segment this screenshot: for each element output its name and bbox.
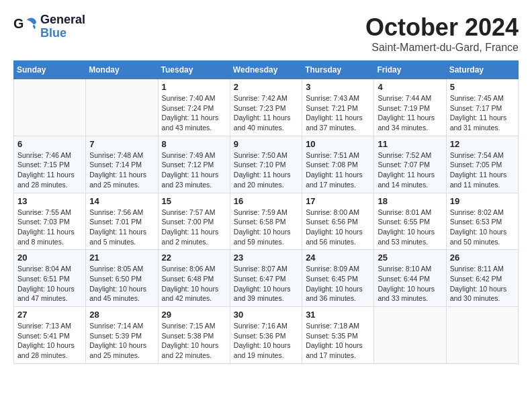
calendar-cell: 12Sunrise: 7:54 AM Sunset: 7:05 PM Dayli… [446, 136, 518, 193]
day-number: 16 [234, 196, 298, 206]
day-info: Sunrise: 7:55 AM Sunset: 7:03 PM Dayligh… [17, 208, 82, 247]
calendar-cell: 4Sunrise: 7:44 AM Sunset: 7:19 PM Daylig… [374, 79, 446, 136]
day-info: Sunrise: 7:48 AM Sunset: 7:14 PM Dayligh… [89, 150, 154, 190]
calendar-cell: 7Sunrise: 7:48 AM Sunset: 7:14 PM Daylig… [86, 136, 158, 193]
day-info: Sunrise: 7:49 AM Sunset: 7:12 PM Dayligh… [162, 150, 226, 190]
title-block: October 2024 Saint-Mamert-du-Gard, Franc… [365, 13, 519, 54]
calendar-cell [14, 79, 86, 136]
calendar-cell: 2Sunrise: 7:42 AM Sunset: 7:23 PM Daylig… [230, 79, 302, 136]
logo-icon: G [13, 15, 38, 39]
day-number: 27 [17, 310, 82, 320]
day-number: 31 [306, 310, 370, 320]
day-info: Sunrise: 7:44 AM Sunset: 7:19 PM Dayligh… [378, 93, 442, 133]
calendar-week-1: 1Sunrise: 7:40 AM Sunset: 7:24 PM Daylig… [14, 79, 519, 136]
day-number: 19 [450, 196, 515, 206]
calendar-cell [374, 307, 446, 364]
calendar-cell: 6Sunrise: 7:46 AM Sunset: 7:15 PM Daylig… [14, 136, 86, 193]
day-number: 2 [234, 82, 298, 92]
calendar-cell: 21Sunrise: 8:05 AM Sunset: 6:50 PM Dayli… [86, 250, 158, 307]
calendar-cell: 18Sunrise: 8:01 AM Sunset: 6:55 PM Dayli… [374, 193, 446, 250]
calendar-cell: 1Sunrise: 7:40 AM Sunset: 7:24 PM Daylig… [158, 79, 230, 136]
logo-blue: Blue [40, 27, 85, 40]
location-title: Saint-Mamert-du-Gard, France [365, 42, 519, 54]
day-info: Sunrise: 8:07 AM Sunset: 6:47 PM Dayligh… [234, 264, 298, 304]
calendar-week-5: 27Sunrise: 7:13 AM Sunset: 5:41 PM Dayli… [14, 307, 519, 364]
day-info: Sunrise: 8:10 AM Sunset: 6:44 PM Dayligh… [378, 264, 442, 304]
day-info: Sunrise: 7:46 AM Sunset: 7:15 PM Dayligh… [17, 150, 82, 190]
day-number: 9 [234, 139, 298, 149]
day-number: 11 [378, 139, 442, 149]
calendar-cell: 29Sunrise: 7:15 AM Sunset: 5:38 PM Dayli… [158, 307, 230, 364]
day-info: Sunrise: 7:51 AM Sunset: 7:08 PM Dayligh… [306, 150, 370, 190]
calendar-table: SundayMondayTuesdayWednesdayThursdayFrid… [13, 60, 519, 364]
day-info: Sunrise: 7:59 AM Sunset: 6:58 PM Dayligh… [234, 208, 298, 247]
day-info: Sunrise: 7:16 AM Sunset: 5:36 PM Dayligh… [234, 321, 298, 361]
calendar-cell [86, 79, 158, 136]
calendar-week-4: 20Sunrise: 8:04 AM Sunset: 6:51 PM Dayli… [14, 250, 519, 307]
logo-general: General [40, 13, 85, 27]
day-number: 12 [450, 139, 515, 149]
day-number: 18 [378, 196, 442, 206]
day-number: 4 [378, 82, 442, 92]
day-number: 21 [89, 253, 154, 263]
day-number: 25 [378, 253, 442, 263]
svg-text:G: G [13, 16, 24, 31]
weekday-header-tuesday: Tuesday [158, 61, 230, 79]
page-header: G General Blue October 2024 Saint-Mamert… [13, 13, 519, 54]
day-info: Sunrise: 7:57 AM Sunset: 7:00 PM Dayligh… [162, 208, 226, 247]
day-number: 26 [450, 253, 515, 263]
day-number: 5 [450, 82, 515, 92]
weekday-header-wednesday: Wednesday [230, 61, 302, 79]
day-number: 6 [17, 139, 82, 149]
calendar-cell: 14Sunrise: 7:56 AM Sunset: 7:01 PM Dayli… [86, 193, 158, 250]
day-number: 29 [162, 310, 226, 320]
day-number: 20 [17, 253, 82, 263]
day-number: 22 [162, 253, 226, 263]
day-info: Sunrise: 7:54 AM Sunset: 7:05 PM Dayligh… [450, 150, 515, 190]
day-info: Sunrise: 7:50 AM Sunset: 7:10 PM Dayligh… [234, 150, 298, 190]
calendar-body: 1Sunrise: 7:40 AM Sunset: 7:24 PM Daylig… [14, 79, 519, 364]
month-title: October 2024 [365, 13, 519, 42]
day-info: Sunrise: 7:18 AM Sunset: 5:35 PM Dayligh… [306, 321, 370, 361]
weekday-header-thursday: Thursday [302, 61, 374, 79]
day-number: 24 [306, 253, 370, 263]
day-number: 7 [89, 139, 154, 149]
day-info: Sunrise: 8:06 AM Sunset: 6:48 PM Dayligh… [162, 264, 226, 304]
day-info: Sunrise: 8:05 AM Sunset: 6:50 PM Dayligh… [89, 264, 154, 304]
day-number: 10 [306, 139, 370, 149]
calendar-cell: 15Sunrise: 7:57 AM Sunset: 7:00 PM Dayli… [158, 193, 230, 250]
calendar-cell: 5Sunrise: 7:45 AM Sunset: 7:17 PM Daylig… [446, 79, 518, 136]
day-number: 14 [89, 196, 154, 206]
day-number: 28 [89, 310, 154, 320]
calendar-cell: 20Sunrise: 8:04 AM Sunset: 6:51 PM Dayli… [14, 250, 86, 307]
day-number: 3 [306, 82, 370, 92]
calendar-cell: 11Sunrise: 7:52 AM Sunset: 7:07 PM Dayli… [374, 136, 446, 193]
weekday-header-saturday: Saturday [446, 61, 518, 79]
day-info: Sunrise: 8:02 AM Sunset: 6:53 PM Dayligh… [450, 208, 515, 247]
calendar-cell: 16Sunrise: 7:59 AM Sunset: 6:58 PM Dayli… [230, 193, 302, 250]
day-info: Sunrise: 7:52 AM Sunset: 7:07 PM Dayligh… [378, 150, 442, 190]
calendar-cell: 31Sunrise: 7:18 AM Sunset: 5:35 PM Dayli… [302, 307, 374, 364]
day-info: Sunrise: 8:00 AM Sunset: 6:56 PM Dayligh… [306, 208, 370, 247]
day-number: 8 [162, 139, 226, 149]
day-info: Sunrise: 7:56 AM Sunset: 7:01 PM Dayligh… [89, 208, 154, 247]
calendar-week-2: 6Sunrise: 7:46 AM Sunset: 7:15 PM Daylig… [14, 136, 519, 193]
day-info: Sunrise: 7:42 AM Sunset: 7:23 PM Dayligh… [234, 93, 298, 133]
calendar-cell: 9Sunrise: 7:50 AM Sunset: 7:10 PM Daylig… [230, 136, 302, 193]
calendar-cell: 23Sunrise: 8:07 AM Sunset: 6:47 PM Dayli… [230, 250, 302, 307]
calendar-cell: 3Sunrise: 7:43 AM Sunset: 7:21 PM Daylig… [302, 79, 374, 136]
weekday-header-sunday: Sunday [14, 61, 86, 79]
day-number: 1 [162, 82, 226, 92]
weekday-header-row: SundayMondayTuesdayWednesdayThursdayFrid… [14, 61, 519, 79]
logo: G General Blue [13, 13, 85, 40]
logo-text: General Blue [40, 13, 85, 40]
day-number: 23 [234, 253, 298, 263]
day-info: Sunrise: 8:04 AM Sunset: 6:51 PM Dayligh… [17, 264, 82, 304]
day-number: 15 [162, 196, 226, 206]
calendar-cell: 27Sunrise: 7:13 AM Sunset: 5:41 PM Dayli… [14, 307, 86, 364]
day-info: Sunrise: 7:13 AM Sunset: 5:41 PM Dayligh… [17, 321, 82, 361]
calendar-cell: 8Sunrise: 7:49 AM Sunset: 7:12 PM Daylig… [158, 136, 230, 193]
calendar-cell: 19Sunrise: 8:02 AM Sunset: 6:53 PM Dayli… [446, 193, 518, 250]
calendar-cell: 26Sunrise: 8:11 AM Sunset: 6:42 PM Dayli… [446, 250, 518, 307]
calendar-cell: 10Sunrise: 7:51 AM Sunset: 7:08 PM Dayli… [302, 136, 374, 193]
